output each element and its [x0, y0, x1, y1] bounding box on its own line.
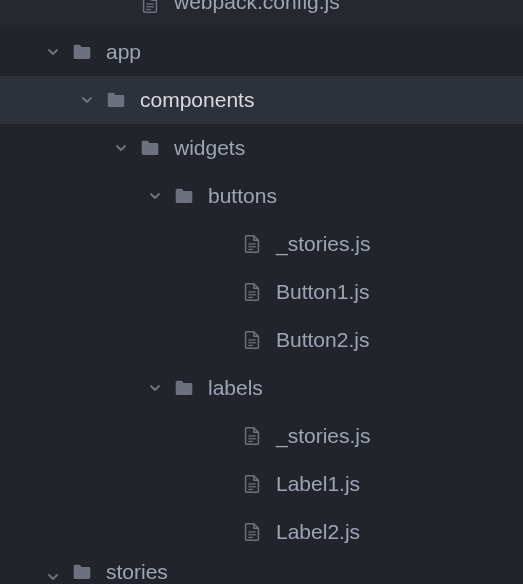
tree-row-file-webpack-config-js[interactable]: webpack.config.js [0, 0, 523, 28]
tree-row-file-button2-js[interactable]: Button2.js [0, 316, 523, 364]
tree-item-label: stories [106, 560, 168, 584]
tree-item-label: Button1.js [276, 280, 369, 304]
tree-item-label: app [106, 40, 141, 64]
tree-item-label: webpack.config.js [174, 0, 340, 14]
folder-icon [104, 88, 128, 112]
file-icon [240, 232, 264, 256]
chevron-down-icon[interactable] [46, 45, 60, 59]
tree-row-folder-stories[interactable]: stories [0, 556, 523, 584]
tree-row-folder-labels[interactable]: labels [0, 364, 523, 412]
tree-item-label: buttons [208, 184, 277, 208]
tree-item-label: Label2.js [276, 520, 360, 544]
folder-icon [70, 40, 94, 64]
tree-item-label: Button2.js [276, 328, 369, 352]
file-icon [240, 328, 264, 352]
tree-row-file--stories-js[interactable]: _stories.js [0, 412, 523, 460]
chevron-down-icon[interactable] [148, 381, 162, 395]
tree-item-label: _stories.js [276, 232, 371, 256]
file-icon [240, 472, 264, 496]
tree-item-label: Label1.js [276, 472, 360, 496]
file-icon [240, 280, 264, 304]
chevron-down-icon[interactable] [148, 189, 162, 203]
tree-row-folder-app[interactable]: app [0, 28, 523, 76]
file-icon [138, 0, 162, 16]
chevron-down-icon[interactable] [46, 570, 60, 584]
file-icon [240, 424, 264, 448]
tree-item-label: _stories.js [276, 424, 371, 448]
folder-icon [70, 560, 94, 584]
tree-item-label: components [140, 88, 254, 112]
tree-row-folder-widgets[interactable]: widgets [0, 124, 523, 172]
tree-row-folder-components[interactable]: components [0, 76, 523, 124]
folder-icon [172, 376, 196, 400]
tree-row-file-button1-js[interactable]: Button1.js [0, 268, 523, 316]
chevron-down-icon[interactable] [114, 141, 128, 155]
tree-row-file--stories-js[interactable]: _stories.js [0, 220, 523, 268]
file-icon [240, 520, 264, 544]
tree-row-folder-buttons[interactable]: buttons [0, 172, 523, 220]
chevron-down-icon[interactable] [80, 93, 94, 107]
folder-icon [138, 136, 162, 160]
folder-icon [172, 184, 196, 208]
tree-item-label: widgets [174, 136, 245, 160]
tree-row-file-label2-js[interactable]: Label2.js [0, 508, 523, 556]
tree-row-file-label1-js[interactable]: Label1.js [0, 460, 523, 508]
tree-item-label: labels [208, 376, 263, 400]
